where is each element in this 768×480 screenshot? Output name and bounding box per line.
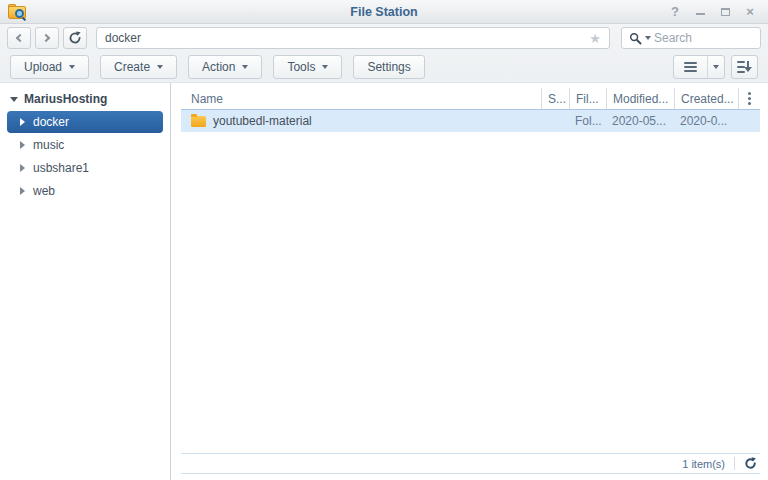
sidebar-item-label: web	[33, 184, 55, 198]
view-mode-caret-button[interactable]	[707, 56, 724, 78]
triangle-right-icon[interactable]	[20, 141, 25, 149]
file-size	[541, 110, 569, 132]
triangle-down-icon[interactable]	[10, 97, 18, 102]
status-bar: 1 item(s)	[181, 453, 760, 474]
sort-button[interactable]	[731, 55, 758, 79]
column-settings-button[interactable]	[738, 88, 760, 109]
column-header-size[interactable]: S...	[541, 88, 569, 109]
sidebar-item-docker[interactable]: docker	[7, 111, 163, 133]
sidebar-item-label: usbshare1	[33, 161, 89, 175]
path-field[interactable]: ★	[96, 27, 610, 49]
column-header-modified[interactable]: Modified...	[606, 88, 674, 109]
close-icon[interactable]: ×	[744, 5, 756, 19]
settings-button[interactable]: Settings	[353, 55, 424, 79]
view-mode-split-button	[673, 55, 725, 79]
chevron-down-icon	[713, 65, 719, 69]
chevron-down-icon	[69, 65, 75, 69]
path-input[interactable]	[105, 31, 589, 45]
sidebar-root-marius-hosting[interactable]: MariusHosting	[0, 88, 170, 110]
vertical-dots-icon	[748, 92, 751, 95]
window-chrome: File Station ? × ★	[0, 0, 768, 83]
chevron-down-icon	[242, 65, 248, 69]
maximize-icon[interactable]	[719, 5, 731, 19]
sidebar-item-music[interactable]: music	[7, 134, 163, 156]
chevron-left-icon	[16, 34, 24, 42]
file-list-header: Name S... Fil... Modified... Created...	[181, 88, 760, 110]
triangle-right-icon[interactable]	[20, 187, 25, 195]
search-options-caret-icon[interactable]	[645, 36, 651, 40]
search-icon	[629, 32, 642, 45]
sidebar: MariusHosting docker music usbshare1 web	[0, 83, 171, 480]
sidebar-item-usbshare1[interactable]: usbshare1	[7, 157, 163, 179]
file-modified-date: 2020-05...	[606, 110, 674, 132]
column-header-file-type[interactable]: Fil...	[569, 88, 606, 109]
window-controls: ? ×	[669, 5, 768, 19]
empty-file-area	[181, 132, 760, 453]
create-button[interactable]: Create	[100, 55, 177, 79]
column-header-name[interactable]: Name	[181, 88, 541, 109]
tools-button[interactable]: Tools	[273, 55, 342, 79]
chevron-right-icon	[42, 34, 50, 42]
sidebar-item-label: music	[33, 138, 64, 152]
content-area: MariusHosting docker music usbshare1 web…	[0, 83, 768, 480]
sidebar-item-web[interactable]: web	[7, 180, 163, 202]
sidebar-root-label: MariusHosting	[24, 92, 107, 106]
sidebar-item-label: docker	[33, 115, 69, 129]
column-header-created[interactable]: Created...	[674, 88, 738, 109]
chevron-down-icon	[322, 65, 328, 69]
action-button[interactable]: Action	[188, 55, 262, 79]
window-title: File Station	[0, 5, 768, 19]
file-type: Fol...	[569, 110, 606, 132]
address-bar: ★	[0, 24, 768, 52]
refresh-icon	[68, 31, 82, 45]
back-button[interactable]	[7, 27, 31, 49]
file-name: youtubedl-material	[213, 114, 312, 128]
sort-descending-icon	[737, 61, 752, 73]
help-icon[interactable]: ?	[669, 5, 681, 19]
item-count: 1 item(s)	[682, 458, 725, 470]
folder-icon	[191, 116, 206, 127]
triangle-right-icon[interactable]	[20, 164, 25, 172]
minimize-icon[interactable]	[694, 5, 706, 19]
search-input[interactable]	[654, 31, 734, 45]
forward-button[interactable]	[35, 27, 59, 49]
favorite-star-icon[interactable]: ★	[589, 32, 601, 45]
upload-button[interactable]: Upload	[10, 55, 89, 79]
refresh-icon	[744, 457, 757, 470]
triangle-right-icon[interactable]	[20, 118, 25, 126]
title-bar: File Station ? ×	[0, 0, 768, 24]
chevron-down-icon	[157, 65, 163, 69]
view-controls	[673, 55, 758, 79]
file-created-date: 2020-0...	[674, 110, 738, 132]
status-divider	[734, 457, 735, 470]
refresh-list-button[interactable]	[744, 457, 757, 470]
file-row-youtubedl-material[interactable]: youtubedl-material Fol... 2020-05... 202…	[181, 110, 760, 132]
file-station-app-icon	[8, 4, 26, 19]
action-toolbar: Upload Create Action Tools Settings	[0, 52, 768, 82]
view-mode-button[interactable]	[674, 56, 707, 78]
list-view-icon	[684, 62, 697, 72]
file-list-panel: Name S... Fil... Modified... Created... …	[171, 83, 768, 480]
refresh-path-button[interactable]	[63, 27, 87, 49]
search-box[interactable]	[621, 27, 761, 49]
